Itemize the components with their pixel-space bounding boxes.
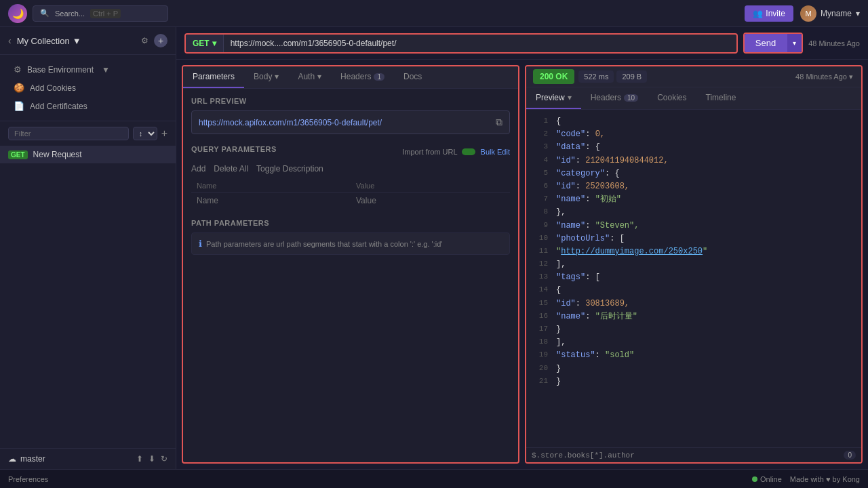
code-line: 1{ [526,115,861,128]
url-preview-section-title: URL PREVIEW [191,97,510,105]
query-params-header: QUERY PARAMETERS Import from URL Bulk Ed… [191,145,510,159]
method-badge: GET [8,150,28,159]
add-param-button[interactable]: Add [191,164,205,174]
headers-badge: 1 [374,73,384,81]
url-preview-value: https://mock.apifox.com/m1/3656905-0-def… [199,118,382,127]
request-bar: GET ▾ Send ▾ 48 Minutes Ago [176,27,868,60]
sidebar-section: ⚙ Base Environment ▼ 🍪 Add Cookies 📄 Add… [0,55,176,121]
sidebar-item-label: Base Environment [27,65,94,75]
preferences-button[interactable]: Preferences [8,475,48,483]
invite-icon: 👥 [753,9,763,18]
toggle-description-button[interactable]: Toggle Description [256,164,323,174]
import-from-url-button[interactable]: Import from URL [402,148,475,156]
code-line: 15 "id": 30813689, [526,298,861,310]
sidebar-settings-icon[interactable]: ⚙ [141,36,149,45]
response-size: 209 B [616,70,647,83]
code-line: 20 } [526,363,861,375]
sidebar-item-add-cookies[interactable]: 🍪 Add Cookies [8,79,167,97]
sidebar-new-button[interactable]: + [154,34,167,47]
copy-icon[interactable]: ⧉ [496,117,502,128]
code-line: 11 "http://dummyimage.com/250x250" [526,245,861,258]
code-line: 7 "name": "初始" [526,193,861,206]
split-pane: Parameters Body ▾ Auth ▾ Headers 1 [176,60,868,469]
response-header: 200 OK 522 ms 209 B 48 Minutes Ago ▾ [526,66,861,87]
sidebar-item-add-certificates[interactable]: 📄 Add Certificates [8,97,167,115]
bottom-left: Preferences [8,475,48,483]
send-dropdown-button[interactable]: ▾ [787,34,802,52]
value-col-header: Value [351,179,510,193]
tab-headers[interactable]: Headers 1 [331,66,394,88]
path-params-info: ℹ Path parameters are url path segments … [191,232,510,255]
sidebar-title[interactable]: My Collection ▼ [17,36,136,46]
response-meta: 522 ms 209 B [578,70,647,83]
request-input-group: GET ▾ [184,33,738,54]
sync-icon[interactable]: ↻ [161,454,167,464]
sidebar-icons: ⚙ + [141,34,167,47]
code-line: 14 { [526,284,861,297]
code-line: 6 "id": 25203608, [526,180,861,193]
filter-add-button[interactable]: + [161,127,167,140]
code-line: 21} [526,375,861,388]
filter-input[interactable] [8,127,129,140]
sidebar-bottom-icons: ⬆ ⬇ ↻ [136,454,167,464]
param-value-input[interactable] [356,196,505,205]
request-tabs: Parameters Body ▾ Auth ▾ Headers 1 [183,66,518,89]
upload-icon[interactable]: ⬆ [136,454,143,464]
tab-response-headers[interactable]: Headers 10 [581,87,648,109]
sidebar-item-certs-label: Add Certificates [30,102,87,111]
code-line: 17 } [526,323,861,336]
import-url-label: Import from URL [402,148,457,156]
request-list-item[interactable]: GET New Request [0,146,176,163]
cloud-icon: ☁ [8,454,16,464]
status-badge: 200 OK [533,69,574,84]
method-select[interactable]: GET ▾ [186,35,224,52]
sidebar-item-base-environment[interactable]: ⚙ Base Environment ▼ [8,60,167,79]
tab-cookies[interactable]: Cookies [648,87,696,109]
bottom-bar: Preferences Online Made with ♥ by Kong [0,469,868,488]
code-line: 4 "id": 2120411940844012, [526,155,861,167]
info-icon: ℹ [199,239,202,249]
invite-label: Invite [766,9,785,18]
tab-timeline[interactable]: Timeline [696,87,746,109]
code-line: 9 "name": "Steven", [526,220,861,232]
param-name-input[interactable] [197,196,345,205]
code-line: 16 "name": "后时计量" [526,310,861,323]
topbar-right: 👥 Invite M Myname ▾ [745,5,860,22]
cookie-icon: 🍪 [14,83,24,93]
tab-docs[interactable]: Docs [394,66,431,88]
method-label: GET [193,39,210,48]
sidebar-back-button[interactable]: ‹ [8,35,12,46]
url-input[interactable] [224,35,736,52]
send-button[interactable]: Send [745,34,787,52]
search-icon: 🔍 [40,9,50,18]
method-chevron-icon: ▾ [212,39,216,48]
filter-bar: ↕ + [0,121,176,146]
filter-query-label: $.store.books[*].author [532,451,635,460]
search-shortcut: Ctrl + P [90,9,121,18]
tab-auth[interactable]: Auth ▾ [288,66,331,88]
code-line: 8 }, [526,206,861,219]
code-line: 18 ], [526,336,861,349]
preview-chevron-icon: ▾ [568,93,572,102]
code-line: 19 "status": "sold" [526,349,861,362]
download-icon[interactable]: ⬇ [149,454,155,464]
delete-all-button[interactable]: Delete All [214,164,248,174]
response-time-ago: 48 Minutes Ago ▾ [795,73,859,81]
tab-preview[interactable]: Preview ▾ [526,87,581,109]
response-tabs: Preview ▾ Headers 10 Cookies Timeline [526,87,861,110]
invite-button[interactable]: 👥 Invite [745,5,793,22]
path-params-title: PATH PARAMETERS [191,219,510,227]
main-layout: ‹ My Collection ▼ ⚙ + ⚙ Base Environment… [0,27,868,469]
sidebar-title-text: My Collection [17,36,70,46]
search-bar[interactable]: 🔍 Search... Ctrl + P [33,5,168,22]
filter-sort-select[interactable]: ↕ [133,127,157,140]
auth-chevron-icon: ▾ [317,72,321,81]
tab-parameters[interactable]: Parameters [183,66,244,88]
online-label: Online [760,475,782,483]
app-logo-icon[interactable]: 🌙 [8,4,27,23]
user-menu[interactable]: M Myname ▾ [800,5,860,22]
environment-chevron-icon: ▼ [102,65,110,75]
query-actions: Add Delete All Toggle Description [191,164,510,174]
bulk-edit-button[interactable]: Bulk Edit [481,148,510,156]
tab-body[interactable]: Body ▾ [244,66,288,88]
